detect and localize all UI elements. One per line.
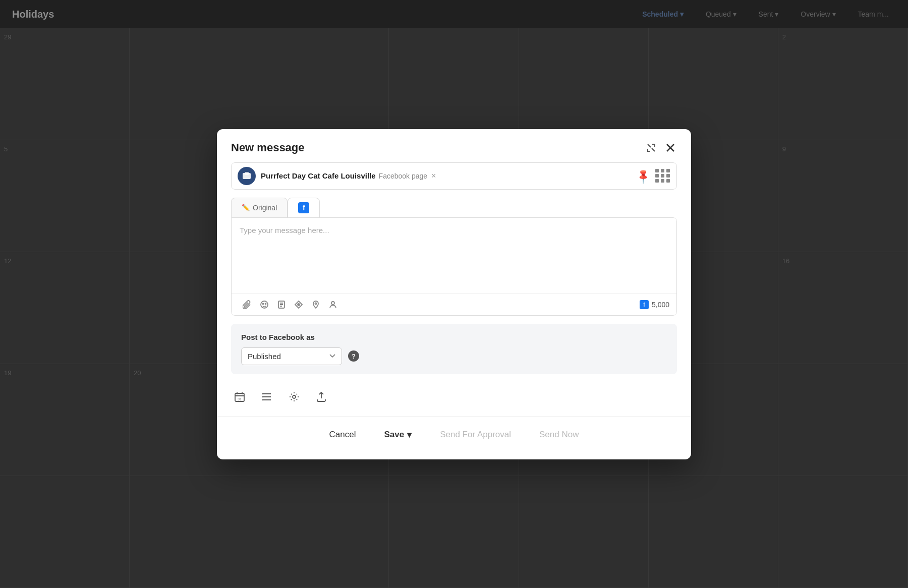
notes-icon[interactable] (273, 298, 290, 311)
facebook-icon: f (298, 202, 309, 213)
svg-point-12 (262, 396, 263, 397)
cancel-button[interactable]: Cancel (319, 425, 366, 445)
message-area-wrapper: f 5,000 (231, 217, 677, 316)
bottom-actions: 31 (231, 382, 677, 416)
expand-button[interactable] (645, 141, 658, 154)
modal-title: New message (231, 141, 645, 154)
tab-original-label: Original (253, 204, 277, 212)
send-for-approval-button[interactable]: Send For Approval (430, 425, 521, 445)
modal-footer: Cancel Save ▾ Send For Approval Send Now (217, 416, 691, 459)
save-button[interactable]: Save ▾ (374, 425, 422, 445)
attachment-icon[interactable] (239, 298, 256, 311)
svg-point-11 (262, 393, 263, 394)
save-label: Save (384, 430, 404, 440)
upload-icon[interactable] (313, 388, 330, 408)
post-options-row: Published Draft Scheduled ? (241, 347, 667, 365)
post-type-select[interactable]: Published Draft Scheduled (241, 347, 342, 365)
help-icon[interactable]: ? (348, 350, 359, 362)
svg-point-13 (262, 399, 263, 400)
message-toolbar: f 5,000 (232, 293, 676, 315)
svg-text:31: 31 (238, 397, 242, 401)
save-dropdown-icon: ▾ (407, 430, 412, 440)
new-message-modal: New message (217, 129, 691, 459)
calendar-icon[interactable]: 31 (231, 388, 248, 408)
pencil-icon: ✏️ (242, 204, 250, 211)
post-options-label: Post to Facebook as (241, 333, 667, 341)
svg-point-8 (331, 302, 334, 305)
post-options-section: Post to Facebook as Published Draft Sche… (231, 324, 677, 374)
facebook-char-icon: f (640, 300, 649, 309)
account-type: Facebook page (379, 172, 428, 180)
char-count-value: 5,000 (652, 301, 669, 309)
svg-point-14 (293, 395, 296, 398)
modal-body: Purrfect Day Cat Cafe Louisville Faceboo… (217, 162, 691, 416)
location-icon[interactable] (307, 298, 324, 311)
settings-icon[interactable] (286, 388, 303, 408)
grid-view-button[interactable] (655, 169, 670, 183)
header-actions (645, 141, 677, 154)
account-name: Purrfect Day Cat Cafe Louisville (261, 171, 376, 180)
svg-point-6 (298, 304, 300, 306)
list-icon[interactable] (258, 388, 275, 408)
message-tabs: ✏️ Original f (231, 198, 677, 217)
pin-button[interactable]: 📌 (634, 167, 652, 185)
tab-facebook[interactable]: f (288, 198, 320, 217)
modal-overlay: New message (0, 0, 908, 588)
tag-icon[interactable] (290, 298, 307, 311)
message-input[interactable] (232, 218, 676, 293)
close-button[interactable] (664, 141, 677, 154)
send-now-button[interactable]: Send Now (529, 425, 589, 445)
account-selector[interactable]: Purrfect Day Cat Cafe Louisville Faceboo… (231, 162, 677, 190)
account-avatar (238, 167, 256, 185)
svg-rect-1 (245, 172, 249, 175)
account-remove-button[interactable]: × (431, 171, 436, 181)
svg-point-7 (315, 303, 317, 304)
person-icon[interactable] (324, 298, 342, 311)
modal-header: New message (217, 129, 691, 162)
svg-point-3 (263, 303, 264, 304)
svg-point-4 (265, 303, 266, 304)
char-count: f 5,000 (640, 300, 669, 309)
emoji-icon[interactable] (256, 298, 273, 311)
tab-original[interactable]: ✏️ Original (231, 198, 288, 217)
